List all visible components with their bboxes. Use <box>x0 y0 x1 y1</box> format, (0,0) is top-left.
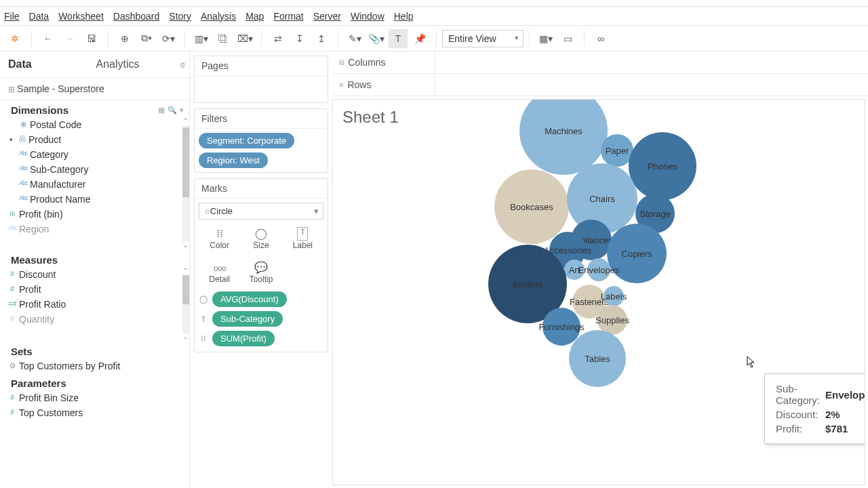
measures-scrollbar[interactable]: ⌃⌄ <box>182 267 189 342</box>
mark-color[interactable]: ⁞⁞Color <box>199 224 240 253</box>
show-labels-icon[interactable]: T <box>389 29 408 48</box>
menu-format[interactable]: Format <box>273 11 303 22</box>
marks-card: Marks Circle ⁞⁞Color ◯Size TLabel ₀₀₀Det… <box>194 178 328 352</box>
param-profit-bin-size[interactable]: #Profit Bin Size <box>0 390 189 405</box>
dimensions-scrollbar[interactable]: ⌃⌄ <box>182 117 189 250</box>
refresh-icon[interactable]: ⟳▾ <box>159 29 178 48</box>
rows-shelf[interactable]: ≡Rows <box>332 74 868 96</box>
param-top-customers[interactable]: #Top Customers <box>0 405 189 420</box>
pill-sub-category[interactable]: Sub-Category <box>212 311 283 327</box>
tableau-logo-icon[interactable]: ✲ <box>5 29 24 48</box>
data-pane: Data Analytics ≑ Sample - Superstore Dim… <box>0 52 190 488</box>
tab-analytics[interactable]: Analytics <box>88 52 176 77</box>
filter-pill-region[interactable]: Region: West <box>199 152 268 168</box>
sets-header: Sets <box>0 342 189 359</box>
field-profit[interactable]: #Profit <box>0 282 189 297</box>
field-top-customers-set[interactable]: ⊘Top Customers by Profit <box>0 359 189 373</box>
main-toolbar: ✲ ← → 🖫 ⊕ ⧉▾ ⟳▾ ▥▾ ⿻ ⌧▾ ⇄ ↧ ↥ ✎▾ 📎▾ T 📌 … <box>0 26 868 52</box>
menu-help[interactable]: Help <box>394 11 414 22</box>
menu-map[interactable]: Map <box>245 11 264 22</box>
measures-header: Measures <box>0 250 189 267</box>
pill-avg-discount[interactable]: AVG(Discount) <box>212 291 287 307</box>
columns-shelf[interactable]: iiiColumns <box>332 52 868 74</box>
search-fields-icon[interactable]: 🔍 <box>167 106 177 115</box>
fields-menu-icon[interactable]: ▾ <box>180 106 184 115</box>
save-icon[interactable]: 🖫 <box>82 29 101 48</box>
field-quantity[interactable]: #Quantity <box>0 312 189 327</box>
mark-label[interactable]: TLabel <box>282 224 323 253</box>
mark-type-selector[interactable]: Circle <box>199 203 323 220</box>
view-as-icon[interactable]: ▦ <box>158 106 165 115</box>
field-product-name[interactable]: AbcProduct Name <box>0 192 189 207</box>
mark-tooltip[interactable]: 💬Tooltip <box>240 258 281 287</box>
redo-icon[interactable]: → <box>60 29 79 48</box>
share-icon[interactable]: ∞ <box>591 29 610 48</box>
bubble-tables[interactable]: Tables <box>569 330 626 387</box>
field-manufacturer[interactable]: AbcManufacturer <box>0 177 189 192</box>
new-datasource-icon[interactable]: ⊕ <box>115 29 134 48</box>
field-region[interactable]: AbcRegion <box>0 222 189 237</box>
window-titlebar <box>0 0 868 7</box>
field-product[interactable]: ▾品Product <box>0 132 189 147</box>
bubble-labels[interactable]: Labels <box>604 286 624 306</box>
label-encoding-icon[interactable]: T <box>199 315 208 323</box>
sort-desc-icon[interactable]: ↥ <box>312 29 331 48</box>
pause-updates-icon[interactable]: ⧉▾ <box>137 29 156 48</box>
tooltip: Sub-Category:Envelopes Discount:2% Profi… <box>764 373 865 444</box>
bubble-envelopes[interactable]: Envelopes <box>587 258 610 281</box>
size-encoding-icon[interactable]: ◯ <box>199 295 208 304</box>
new-worksheet-icon[interactable]: ▥▾ <box>192 29 211 48</box>
menu-server[interactable]: Server <box>313 11 341 22</box>
bubble-phones[interactable]: Phones <box>629 132 696 200</box>
tab-data[interactable]: Data <box>0 52 88 77</box>
presentation-icon[interactable]: ▭ <box>558 29 577 48</box>
pages-shelf[interactable]: Pages <box>194 56 328 103</box>
pane-menu-icon[interactable]: ≑ <box>176 52 189 77</box>
menu-file[interactable]: File <box>4 11 20 22</box>
mark-size[interactable]: ◯Size <box>240 224 281 253</box>
menu-story[interactable]: Story <box>169 11 191 22</box>
color-encoding-icon[interactable]: ⁞⁞ <box>199 334 208 343</box>
cards-pane: Pages Filters Segment: Corporate Region:… <box>190 52 332 488</box>
field-profit-bin[interactable]: ılıProfit (bin) <box>0 207 189 222</box>
duplicate-icon[interactable]: ⿻ <box>214 29 233 48</box>
group-icon[interactable]: 📎▾ <box>367 29 386 48</box>
dimensions-header: Dimensions ▦ 🔍 ▾ <box>0 100 189 117</box>
filter-pill-segment[interactable]: Segment: Corporate <box>199 133 294 148</box>
menu-dashboard[interactable]: Dashboard <box>113 11 160 22</box>
swap-icon[interactable]: ⇄ <box>269 29 288 48</box>
menu-analysis[interactable]: Analysis <box>201 11 236 22</box>
menu-bar: File Data Worksheet Dashboard Story Anal… <box>0 7 868 26</box>
view-area: iiiColumns ≡Rows Sheet 1 MachinesPaperPh… <box>332 52 868 488</box>
datasource-name[interactable]: Sample - Superstore <box>0 78 189 100</box>
show-me-icon[interactable]: ▦▾ <box>536 29 555 48</box>
highlight-icon[interactable]: ✎▾ <box>345 29 364 48</box>
pin-icon[interactable]: 📌 <box>410 29 429 48</box>
parameters-header: Parameters <box>0 373 189 390</box>
menu-worksheet[interactable]: Worksheet <box>58 11 104 22</box>
mark-detail[interactable]: ₀₀₀Detail <box>199 258 240 287</box>
field-category[interactable]: AbcCategory <box>0 147 189 162</box>
filters-shelf[interactable]: Filters Segment: Corporate Region: West <box>194 108 328 173</box>
clear-icon[interactable]: ⌧▾ <box>235 29 254 48</box>
fit-selector[interactable]: Entire View <box>442 30 524 47</box>
undo-icon[interactable]: ← <box>39 29 58 48</box>
menu-data[interactable]: Data <box>29 11 50 22</box>
bubble-bookcases[interactable]: Bookcases <box>494 169 569 244</box>
menu-window[interactable]: Window <box>351 11 384 22</box>
pill-sum-profit[interactable]: SUM(Profit) <box>212 331 275 346</box>
sort-asc-icon[interactable]: ↧ <box>290 29 309 48</box>
field-profit-ratio[interactable]: =#Profit Ratio <box>0 297 189 312</box>
field-sub-category[interactable]: AbcSub-Category <box>0 162 189 177</box>
field-postal-code[interactable]: ⊕Postal Code <box>0 117 189 132</box>
field-discount[interactable]: #Discount <box>0 267 189 282</box>
